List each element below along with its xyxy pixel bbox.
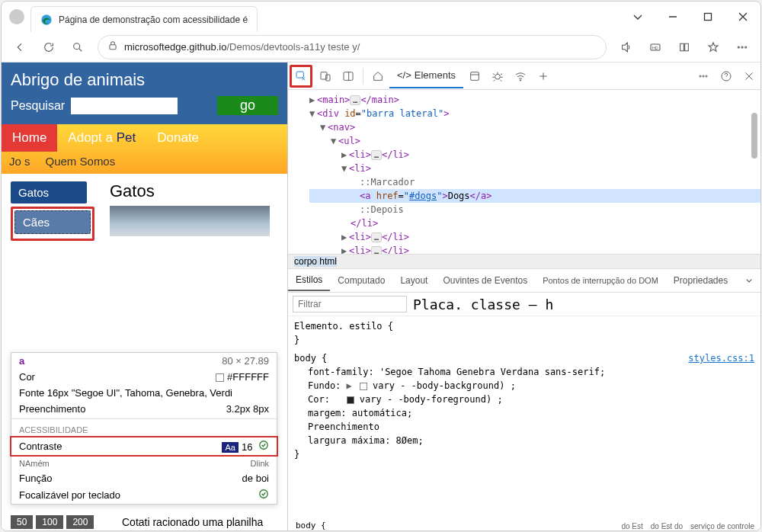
device-toolbar-icon[interactable] <box>314 65 337 88</box>
nav-about[interactable]: Quem Somos <box>46 155 116 168</box>
read-aloud-icon[interactable] <box>613 35 640 59</box>
search-label: Pesquisar <box>11 99 65 113</box>
svg-rect-4 <box>110 45 116 50</box>
hd-icon[interactable]: HD <box>642 35 669 59</box>
ruleview-header: Placa. classe – h <box>413 296 553 312</box>
devtools-toolbar: </> Elements <box>288 62 760 90</box>
app-tab-icon[interactable] <box>463 65 486 88</box>
url-text: microsoftedge.github.io/Demos/devtools-a… <box>124 41 360 53</box>
tip-focusable-label: Focalizável por teclado <box>19 489 120 501</box>
maximize-button[interactable] <box>690 2 725 32</box>
footer-body-rule: body { <box>296 521 326 530</box>
sidebar-item-cats[interactable]: Gatos <box>11 181 87 204</box>
tip-role-value: de boi <box>242 473 269 484</box>
lock-icon <box>107 40 118 53</box>
close-devtools-icon[interactable] <box>738 65 760 88</box>
tip-a11y-heading: ACESSIBILIDADE <box>11 421 277 436</box>
nav-donate[interactable]: Donate <box>146 124 210 152</box>
svg-rect-14 <box>326 75 330 81</box>
close-button[interactable] <box>725 2 760 32</box>
tip-contrast-row: Contraste Aa16 <box>10 436 278 457</box>
svg-rect-12 <box>296 72 303 78</box>
favorite-icon[interactable] <box>700 35 727 59</box>
more-icon[interactable] <box>728 35 756 59</box>
address-bar[interactable]: microsoftedge.github.io/Demos/devtools-a… <box>98 35 607 59</box>
styles-tabs: Estilos Computado Layout Ouvintes de Eve… <box>288 269 760 293</box>
dom-tree[interactable]: ▶<main>…</main> ▼<div id="barra lateral"… <box>288 90 760 254</box>
edge-icon <box>40 14 53 26</box>
chip-200[interactable]: 200 <box>66 515 94 529</box>
tab-layout[interactable]: Layout <box>392 271 435 290</box>
svg-point-10 <box>260 441 268 450</box>
svg-point-8 <box>741 46 743 47</box>
svg-point-19 <box>495 74 501 79</box>
reload-button[interactable] <box>35 35 62 59</box>
svg-rect-15 <box>344 72 353 80</box>
svg-point-3 <box>74 43 80 49</box>
svg-point-20 <box>520 79 520 80</box>
tab-computed[interactable]: Computado <box>330 271 392 290</box>
check-icon <box>255 441 269 453</box>
main-nav: Home Adopt a Pet Donate Jo s Quem Somos <box>2 124 287 174</box>
tip-padding-label: Preenchimento <box>19 403 85 415</box>
tip-font: Fonte 16px "Segoe UI", Tahoma, Genebra, … <box>19 387 232 399</box>
bug-icon[interactable] <box>486 65 509 88</box>
tip-name-right: Dlink <box>251 459 269 468</box>
dock-icon[interactable] <box>337 65 360 88</box>
svg-text:HD: HD <box>652 45 658 50</box>
window-dropdown-icon[interactable] <box>620 2 655 32</box>
tab-title: Página de demonstração com acessibilidad… <box>59 14 248 25</box>
tip-color-label: Cor <box>19 371 35 383</box>
profile-avatar[interactable] <box>9 9 24 24</box>
svg-point-9 <box>745 46 747 47</box>
tab-properties[interactable]: Propriedades <box>666 271 735 290</box>
styles-more-icon[interactable] <box>738 269 760 292</box>
search-button[interactable] <box>64 35 91 59</box>
nav-home[interactable]: Home <box>2 124 57 152</box>
inspect-element-button[interactable] <box>290 65 312 88</box>
tip-tag: a <box>19 355 24 367</box>
description-text: Cotati racionado uma planilha de estilos… <box>122 515 274 530</box>
back-button[interactable] <box>6 35 34 59</box>
scrollbar-thumb[interactable] <box>751 113 757 159</box>
tab-dom-breakpoints[interactable]: Pontos de interrupção do DOM <box>535 271 666 290</box>
svg-point-23 <box>706 75 707 76</box>
styles-body[interactable]: Elemento. estilo { } body {styles.css:1 … <box>288 316 760 530</box>
chip-50[interactable]: 50 <box>11 515 33 529</box>
add-tab-icon[interactable] <box>532 65 555 88</box>
devtools-panel: </> Elements ▶<main>…</main> ▼<div id="b… <box>287 62 760 530</box>
go-button[interactable]: go <box>217 96 278 115</box>
network-icon[interactable] <box>509 65 532 88</box>
tip-color-value: #FFFFFF <box>216 371 269 383</box>
more-tools-icon[interactable] <box>692 65 715 88</box>
styles-filter-input[interactable] <box>293 296 407 312</box>
svg-rect-17 <box>471 72 479 80</box>
tab-listeners[interactable]: Ouvintes de Eventos <box>435 271 535 290</box>
dom-breadcrumb[interactable]: corpo html <box>288 254 760 269</box>
nav-adopt[interactable]: Adopt a Pet <box>57 124 146 152</box>
welcome-tab-icon[interactable] <box>367 65 389 88</box>
address-toolbar: microsoftedge.github.io/Demos/devtools-a… <box>2 32 760 62</box>
reader-icon[interactable] <box>671 35 698 59</box>
check-icon <box>258 489 269 502</box>
minimize-button[interactable] <box>655 2 690 32</box>
styles-panel: Estilos Computado Layout Ouvintes de Eve… <box>288 269 760 530</box>
browser-tab[interactable]: Página de demonstração com acessibilidad… <box>30 6 258 32</box>
tip-name-left: NAmém <box>19 459 50 468</box>
nav-jos[interactable]: Jo s <box>9 155 30 168</box>
sidebar-item-dogs[interactable]: Cães <box>14 210 91 234</box>
highlighted-element-frame: Cães <box>11 207 94 241</box>
svg-point-21 <box>700 75 701 76</box>
help-icon[interactable] <box>715 65 738 88</box>
chip-100[interactable]: 100 <box>36 515 63 529</box>
css-source-link[interactable]: styles.css:1 <box>688 351 754 365</box>
tab-elements[interactable]: </> Elements <box>389 63 463 88</box>
category-sidebar: Gatos Cães <box>11 181 94 241</box>
page-viewport: Abrigo de animais Pesquisar go Home Adop… <box>2 62 287 530</box>
tab-styles[interactable]: Estilos <box>288 270 330 291</box>
donation-chips: 50 100 200 <box>11 515 94 529</box>
search-input[interactable] <box>71 98 178 114</box>
site-header: Abrigo de animais Pesquisar go <box>2 62 287 124</box>
tip-role-label: Função <box>19 473 52 484</box>
cats-heading: Gatos <box>110 181 278 201</box>
